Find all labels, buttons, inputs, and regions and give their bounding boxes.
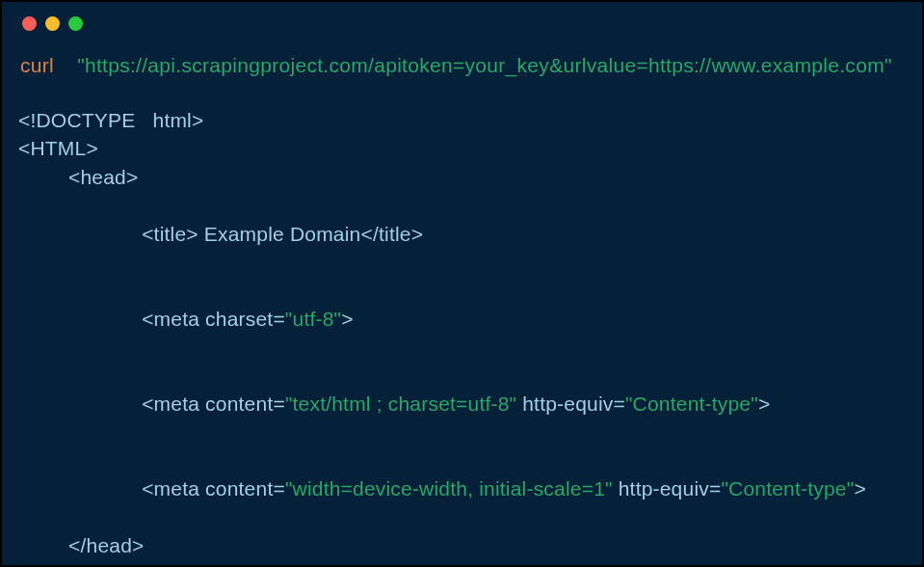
minimize-icon[interactable] [45, 16, 60, 31]
meta3-line: <meta content="width=device-width, initi… [18, 446, 922, 531]
meta3-val: "width=device-width, initial-scale=1" [285, 477, 613, 500]
head-open-line: <head> [18, 163, 922, 191]
body-open-line: <body> [18, 559, 922, 567]
title-open: <title> [142, 223, 198, 245]
title-close: </title> [360, 223, 423, 245]
meta2-mid: http-equiv= [516, 392, 625, 415]
meta3-val2: "Content-type" [721, 477, 854, 500]
meta1-open: <meta charset= [142, 308, 285, 330]
head-close-line: </head> [18, 531, 922, 559]
curl-command-line: curl "https://api.scrapingproject.com/ap… [2, 31, 922, 77]
meta1-line: <meta charset="utf-8"> [18, 276, 922, 361]
code-output: <!DOCTYPE html> <HTML> <head> <title> Ex… [2, 77, 922, 567]
html-open-line: <HTML> [18, 134, 922, 162]
curl-command: curl [20, 54, 54, 76]
doctype-line: <!DOCTYPE html> [18, 106, 922, 134]
meta2-val: "text/html ; charset=utf-8" [285, 392, 516, 415]
meta3-mid: http-equiv= [613, 477, 722, 500]
maximize-icon[interactable] [68, 16, 83, 31]
close-icon[interactable] [22, 16, 37, 31]
title-text: Example Domain [198, 223, 361, 245]
meta3-close: > [854, 477, 865, 500]
meta1-close: > [341, 308, 353, 330]
meta2-line: <meta content="text/html ; charset=utf-8… [18, 362, 922, 446]
window-controls [2, 2, 922, 31]
meta2-close: > [758, 392, 770, 415]
curl-url: "https://api.scrapingproject.com/apitoke… [77, 54, 892, 76]
meta2-open: <meta content= [142, 392, 285, 415]
meta2-val2: "Content-type" [625, 392, 758, 415]
meta1-val: "utf-8" [285, 308, 341, 330]
meta3-open: <meta content= [142, 477, 285, 500]
title-line: <title> Example Domain</title> [18, 191, 922, 276]
